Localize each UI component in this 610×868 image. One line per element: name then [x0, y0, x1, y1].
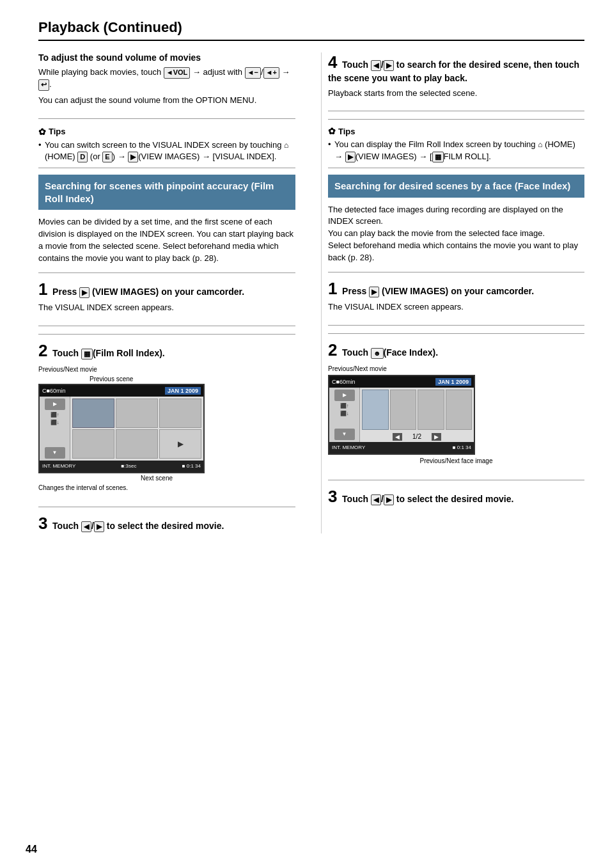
tips-icon-1: ✿: [38, 127, 46, 137]
cam-content: ▶ ⬛↑ ⬛↓ ▼: [40, 397, 203, 461]
right-step-1-text: Press ▶ (VIEW IMAGES) on your camcorder.: [342, 286, 534, 296]
face-cam-battery: C■60min: [332, 379, 355, 385]
filmroll-icon-2: ▦: [432, 152, 444, 162]
face-cam-top-bar: C■60min JAN 1 2009: [329, 376, 474, 388]
right-step-1-number: 1: [328, 279, 337, 298]
face-cam-memory: INT. MEMORY: [332, 445, 365, 450]
film-roll-body: Movies can be divided by a set time, and…: [38, 216, 295, 264]
right-step-1-desc: The VISUAL INDEX screen appears.: [328, 301, 584, 313]
face-prev-arrow: ◀: [393, 433, 402, 441]
cam-btn-top: ▶: [45, 398, 65, 410]
tips-block-2: ✿ Tips You can display the Film Roll Ind…: [328, 126, 584, 168]
right-step-4-number: 4: [328, 52, 337, 72]
left-column: To adjust the sound volume of movies Whi…: [38, 52, 302, 533]
minus-icon: ◄−: [245, 67, 261, 79]
face-sidebar-icon: ⬛↑: [340, 403, 349, 409]
right-step-2-number: 2: [328, 340, 337, 359]
next-btn-3r: ▶: [384, 494, 394, 505]
filmroll-icon: ▦: [81, 349, 93, 359]
right-step-4-header: 4 Touch ◀/▶ to search for the desired sc…: [328, 52, 584, 85]
face-cam-time: ■ 0:1 34: [453, 445, 471, 450]
face-cam-date: JAN 1 2009: [435, 378, 471, 386]
face-cam-content: ▶ ⬛↑ ⬛↓ ▼: [329, 388, 474, 442]
face-cam-section: Previous/Next movie C■60min JAN 1 2009 ▶…: [328, 365, 584, 464]
right-column: 4 Touch ◀/▶ to search for the desired sc…: [321, 52, 584, 533]
cam-battery: C■60min: [42, 388, 65, 394]
cam-date: JAN 1 2009: [165, 387, 201, 395]
right-step-1-header: 1 Press ▶ (VIEW IMAGES) on your camcorde…: [328, 279, 584, 299]
tips-list-1: You can switch screen to the VISUAL INDE…: [38, 139, 295, 163]
left-step-2: 2 Touch ▦(Film Roll Index). Previous/Nex…: [38, 341, 295, 499]
cam-cell-2: [116, 398, 158, 428]
right-step-2-header: 2 Touch ☻(Face Index).: [328, 340, 584, 360]
right-step-2: 2 Touch ☻(Face Index). Previous/Next mov…: [328, 340, 584, 472]
right-step-3: 3 Touch ◀/▶ to select the desired movie.: [328, 487, 584, 507]
hr-1: [38, 272, 295, 273]
face-next-arrow: ▶: [432, 433, 441, 441]
page-title: Playback (Continued): [38, 19, 584, 41]
face-btn-bottom: ▼: [334, 429, 355, 440]
hr-3: [38, 507, 295, 507]
prev-next-movie-label: Previous/Next movie: [38, 366, 295, 373]
view-icon-2: ▶: [345, 152, 356, 162]
face-btn-top: ▶: [334, 390, 355, 401]
right-step-4-desc: Playback starts from the selected scene.: [328, 88, 584, 100]
cam-btn-bottom: ▼: [45, 447, 65, 459]
cam-sidebar: ▶ ⬛↑ ⬛↓ ▼: [40, 397, 70, 461]
face-nav-bar: ◀ 1/2 ▶: [360, 432, 474, 442]
prev-btn-3l: ◀: [81, 521, 91, 532]
next-btn-4r: ▶: [384, 60, 394, 71]
face-cell-3: [418, 390, 444, 430]
cam-cell-3: [159, 398, 201, 428]
tips-icon-2: ✿: [328, 126, 336, 136]
right-step-4: 4 Touch ◀/▶ to search for the desired sc…: [328, 52, 584, 111]
face-cam-bottom-bar: INT. MEMORY ■ 0:1 34: [329, 442, 474, 454]
face-cell-2: [390, 390, 417, 430]
film-roll-box: Searching for scenes with pinpoint accur…: [38, 175, 295, 210]
plus-icon: ◄+: [263, 67, 279, 79]
left-step-1-header: 1 Press ▶ (VIEW IMAGES) on your camcorde…: [38, 280, 295, 299]
right-step-3-text: Touch ◀/▶ to select the desired movie.: [342, 494, 513, 504]
vol-icon: ◄VOL: [164, 67, 191, 79]
hr-r3: [328, 333, 584, 334]
cam-screen-section: Previous/Next movie Previous scene C■60m…: [38, 366, 295, 491]
cam-bottom-bar: INT. MEMORY ■:3sec ■ 0:1 34: [40, 461, 203, 472]
left-step-2-header: 2 Touch ▦(Film Roll Index).: [38, 341, 295, 361]
left-step-1-number: 1: [38, 280, 47, 299]
cam-sidebar-icon2: ⬛↓: [51, 420, 59, 425]
tips-list-2: You can display the Film Roll Index scre…: [328, 139, 584, 162]
right-step-4-text: Touch ◀/▶ to search for the desired scen…: [328, 59, 579, 83]
face-index-body: The detected face images during recordin…: [328, 204, 584, 264]
hr-r1: [328, 119, 584, 120]
face-cam-sidebar: ▶ ⬛↑ ⬛↓ ▼: [329, 388, 360, 442]
cam-cell-4: [72, 429, 114, 459]
hr-r4: [328, 480, 584, 480]
left-step-2-number: 2: [38, 341, 47, 360]
prev-next-face-label: Previous/Next face image: [328, 457, 584, 464]
changes-label: Changes the interval of scenes.: [38, 484, 128, 491]
cam-top-bar: C■60min JAN 1 2009: [40, 385, 203, 397]
volume-heading: To adjust the sound volume of movies: [38, 52, 295, 63]
home-icon-1: ⌂: [284, 141, 288, 150]
volume-body2: You can adjust the sound volume from the…: [38, 95, 295, 107]
left-step-3-text: Touch ◀/▶ to select the desired movie.: [52, 521, 224, 531]
face-index-box: Searching for desired scenes by a face (…: [328, 175, 584, 198]
hr-2: [38, 334, 295, 335]
cam-time: ■ 0:1 34: [182, 463, 201, 469]
view-btn-r1: ▶: [369, 287, 379, 297]
tips-heading-2: ✿ Tips: [328, 126, 584, 136]
tips-block-1: ✿ Tips You can switch screen to the VISU…: [38, 127, 295, 169]
face-sidebar-icon2: ⬛↓: [340, 411, 349, 416]
tips-item-2: You can display the Film Roll Index scre…: [328, 139, 584, 162]
right-step-3-number: 3: [328, 487, 337, 506]
e-icon: E: [102, 152, 112, 162]
hr-r2: [328, 272, 584, 272]
page-number: 44: [26, 844, 37, 855]
home-icon-2: ⌂: [538, 140, 542, 149]
cam-cell-1: [72, 398, 114, 428]
next-btn-3l: ▶: [94, 521, 104, 532]
face-cell-1: [362, 390, 389, 430]
left-step-1: 1 Press ▶ (VIEW IMAGES) on your camcorde…: [38, 280, 295, 326]
tips-item-1: You can switch screen to the VISUAL INDE…: [38, 139, 295, 163]
prev-btn-3r: ◀: [371, 494, 381, 505]
